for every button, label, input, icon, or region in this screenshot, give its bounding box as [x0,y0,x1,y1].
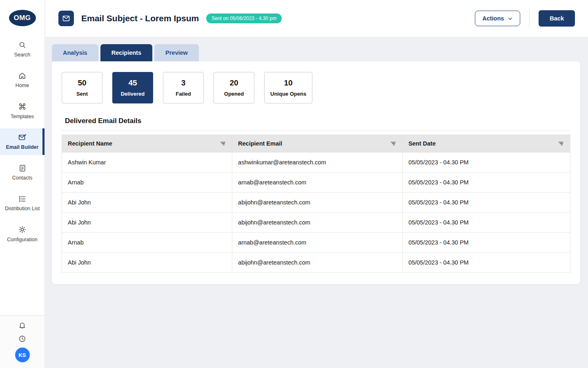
recipient-email-cell: abijohn@areteanstech.com [232,193,403,213]
tab-bar: Analysis Recipients Preview [45,37,588,61]
sent-date-cell: 05/05/2023 - 04.30 PM [403,233,570,253]
home-icon [18,71,27,80]
column-label: Recipient Email [238,140,282,147]
sidebar-item-label: Contacts [12,175,32,181]
sent-date-cell: 05/05/2023 - 04.30 PM [403,193,570,213]
recipient-name-cell: Abi John [62,193,232,213]
column-header-recipient-name: Recipient Name [62,135,232,153]
tab-preview[interactable]: Preview [154,44,199,61]
column-header-sent-date: Sent Date [403,135,570,153]
back-button[interactable]: Back [539,10,575,27]
sidebar-item-label: Templates [11,113,34,120]
filter-icon[interactable] [220,140,226,147]
tab-analysis[interactable]: Analysis [52,44,98,61]
recipient-name-cell: Arnab [62,233,232,253]
filter-icon[interactable] [390,140,396,147]
table-row: Abi John abijohn@areteanstech.com 05/05/… [62,253,570,273]
sidebar-item-label: Configuration [7,236,37,243]
page-title: Email Subject - Lorem Ipsum [81,13,199,23]
email-subject-icon [58,11,74,26]
stat-card-sent[interactable]: 50 Sent [62,72,102,103]
recipient-email-cell: arnab@areteanstech.com [232,173,403,193]
bell-icon[interactable] [18,321,26,330]
sidebar-nav: Search Home ⌘ Templates Email Builder Co… [0,36,45,251]
recipient-email-cell: abijohn@areteanstech.com [232,253,403,273]
recipient-name-cell: Abi John [62,253,232,273]
stat-value: 50 [68,79,96,88]
delivered-emails-table: Recipient Name Recipient Email [62,135,570,273]
table-header: Recipient Name Recipient Email [62,135,570,153]
table-row: Abi John abijohn@areteanstech.com 05/05/… [62,213,570,233]
sidebar-item-search[interactable]: Search [0,36,45,63]
column-label: Recipient Name [68,140,112,147]
header-divider [529,9,530,28]
sidebar-item-home[interactable]: Home [0,67,45,93]
stat-value: 45 [118,79,147,88]
stat-card-opened[interactable]: 20 Opened [214,72,254,103]
sidebar-item-label: Distribution List [5,205,40,212]
table-row: Abi John abijohn@areteanstech.com 05/05/… [62,193,570,213]
column-label: Sent Date [408,140,436,147]
page-header: Email Subject - Lorem Ipsum Sent on 05/0… [45,0,588,37]
email-builder-icon [18,133,27,142]
recipient-name-cell: Ashwin Kumar [62,153,232,173]
search-icon [18,40,27,49]
tab-recipients[interactable]: Recipients [100,44,152,61]
user-avatar[interactable]: KS [15,348,30,362]
sidebar-item-distribution-list[interactable]: Distribution List [0,190,45,216]
sidebar-item-configuration[interactable]: Configuration [0,221,45,247]
stat-card-unique-opens[interactable]: 10 Unique Opens [264,72,312,103]
stat-label: Unique Opens [270,91,306,97]
stat-value: 20 [220,79,248,88]
header-actions: Actions Back [475,9,575,28]
gear-icon [18,225,27,234]
main-area: Email Subject - Lorem Ipsum Sent on 05/0… [45,0,588,284]
contacts-icon [18,164,27,173]
sent-status-badge: Sent on 05/06/2023 - 4.30 pm [206,13,282,23]
table-row: Arnab arnab@areteanstech.com 05/05/2023 … [62,173,570,193]
distribution-list-icon [18,194,27,203]
stat-label: Sent [68,91,96,97]
sent-date-cell: 05/05/2023 - 04.30 PM [403,253,570,273]
chevron-down-icon [508,16,513,21]
sidebar-item-email-builder[interactable]: Email Builder [0,128,45,155]
stat-label: Failed [169,91,198,97]
sidebar: OMG Search Home ⌘ Templates Email Builde… [0,0,45,368]
templates-icon: ⌘ [18,102,27,111]
stat-label: Delivered [118,91,147,97]
sent-date-cell: 05/05/2023 - 04.30 PM [403,213,570,233]
clock-icon[interactable] [18,334,26,343]
recipients-panel: 50 Sent 45 Delivered 3 Failed 20 Opened … [52,61,580,284]
stat-value: 3 [169,79,198,88]
recipient-email-cell: abijohn@areteanstech.com [232,213,403,233]
table-row: Arnab arnab@areteanstech.com 05/05/2023 … [62,233,570,253]
sent-date-cell: 05/05/2023 - 04.30 PM [403,153,570,173]
actions-button[interactable]: Actions [475,11,520,26]
stat-card-delivered[interactable]: 45 Delivered [112,72,153,103]
sidebar-item-label: Search [14,52,31,58]
sidebar-item-label: Home [16,82,29,89]
recipient-name-cell: Abi John [62,213,232,233]
stat-card-failed[interactable]: 3 Failed [163,72,204,103]
omg-logo: OMG [9,10,36,26]
table-top-divider [62,130,570,131]
actions-button-label: Actions [482,15,504,22]
table-row: Ashwin Kumar ashwinkumar@areteanstech.co… [62,153,570,173]
sidebar-item-contacts[interactable]: Contacts [0,159,45,186]
stat-value: 10 [270,79,306,88]
filter-icon[interactable] [558,140,564,147]
section-title: Delivered Email Details [65,117,567,125]
stat-label: Opened [220,91,248,97]
column-header-recipient-email: Recipient Email [232,135,403,153]
recipient-email-cell: arnab@areteanstech.com [232,233,403,253]
sent-date-cell: 05/05/2023 - 04.30 PM [403,173,570,193]
recipient-email-cell: ashwinkumar@areteanstech.com [232,153,403,173]
table-body: Ashwin Kumar ashwinkumar@areteanstech.co… [62,153,570,273]
omg-logo-text: OMG [13,14,31,22]
sidebar-item-templates[interactable]: ⌘ Templates [0,98,45,124]
recipient-name-cell: Arnab [62,173,232,193]
sidebar-item-label: Email Builder [6,144,39,150]
avatar-initials: KS [18,352,26,358]
stats-row: 50 Sent 45 Delivered 3 Failed 20 Opened … [62,71,570,106]
sidebar-bottom: KS [0,315,45,368]
